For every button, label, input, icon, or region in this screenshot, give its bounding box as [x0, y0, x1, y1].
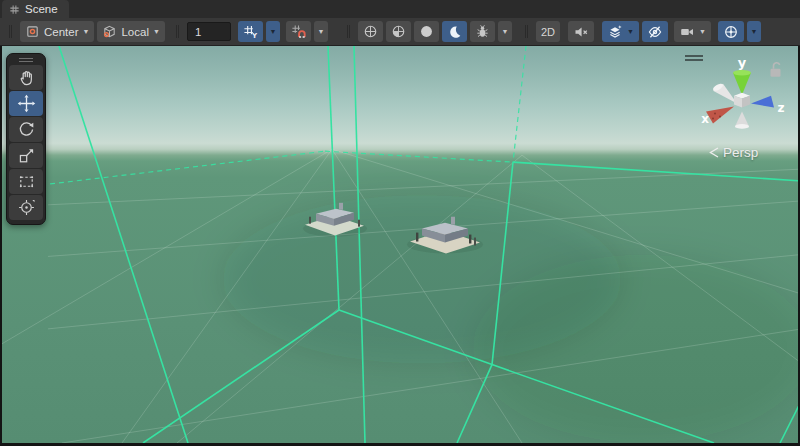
shaded-wireframe-icon	[391, 24, 406, 39]
gizmos-toggle[interactable]	[718, 21, 744, 42]
snap-increment-input[interactable]	[187, 22, 231, 41]
toolbar-separator	[525, 25, 528, 38]
chevron-down-icon: ▼	[627, 28, 634, 35]
scene-toolbar: Center ▼ Local ▼ Y ▼	[0, 18, 800, 46]
draw-mode-shaded-wire-button[interactable]	[386, 21, 411, 42]
scene-viewport[interactable]: y x z Persp	[2, 46, 798, 443]
chevron-down-icon: ▼	[317, 28, 324, 35]
chevron-down-icon: ▼	[83, 28, 90, 35]
gizmo-center-cube[interactable]	[734, 93, 750, 108]
axis-y-label: y	[738, 55, 747, 70]
gizmo-sphere-icon	[723, 24, 739, 40]
shaded-icon	[419, 24, 434, 39]
camera-settings-button[interactable]: ▼	[674, 21, 711, 42]
camera-icon	[679, 24, 695, 40]
chevron-down-icon: ▼	[501, 28, 508, 35]
view-orientation-gizmo[interactable]: y x z	[701, 55, 784, 129]
scene-lighting-toggle[interactable]	[442, 21, 467, 42]
axis-x-label: x	[701, 112, 709, 126]
increment-snap-button[interactable]	[286, 21, 311, 42]
audio-muted-icon	[573, 24, 589, 40]
audio-toggle[interactable]	[568, 21, 594, 42]
rect-tool-icon	[17, 172, 36, 191]
projection-toggle[interactable]: Persp	[708, 145, 758, 160]
scale-tool-button[interactable]	[9, 143, 43, 168]
pivot-mode-button[interactable]: Center ▼	[20, 21, 94, 42]
hand-tool-icon	[17, 68, 36, 87]
svg-text:Y: Y	[251, 31, 258, 39]
rotation-mode-label: Local	[121, 26, 149, 38]
debug-bug-icon	[475, 24, 490, 39]
gizmo-axis-z[interactable]	[751, 96, 774, 108]
toolbar-separator	[9, 25, 12, 38]
toolbar-separator	[347, 25, 350, 38]
tab-bar: Scene	[0, 0, 800, 18]
rect-tool-button[interactable]	[9, 169, 43, 194]
overlay-drag-handle[interactable]	[685, 55, 703, 61]
scene-canvas: y x z	[2, 46, 798, 443]
scale-tool-icon	[17, 146, 36, 165]
lock-icon[interactable]	[771, 63, 781, 77]
snap-grid-y-icon: Y	[243, 24, 258, 39]
axis-z-label: z	[778, 101, 785, 115]
pivot-center-icon	[25, 24, 40, 39]
2d-mode-label: 2D	[541, 26, 555, 38]
hand-tool-button[interactable]	[9, 65, 43, 90]
pivot-mode-label: Center	[44, 26, 79, 38]
rotation-mode-button[interactable]: Local ▼	[97, 21, 164, 42]
move-tool-button[interactable]	[9, 91, 43, 116]
scene-view-window: Scene Center ▼ Local ▼	[0, 0, 800, 446]
effects-toggle[interactable]: ▼	[602, 21, 639, 42]
grid-snap-dropdown[interactable]: ▼	[266, 21, 280, 42]
debug-draw-mode-dropdown[interactable]: ▼	[498, 21, 512, 42]
gizmos-dropdown[interactable]: ▼	[747, 21, 761, 42]
chevron-down-icon: ▼	[269, 28, 276, 35]
wireframe-sphere-icon	[363, 24, 378, 39]
rotate-tool-button[interactable]	[9, 117, 43, 142]
toolbar-separator	[176, 25, 179, 38]
hidden-objects-eye-icon	[647, 24, 663, 40]
moon-icon	[447, 24, 462, 39]
gizmo-axis-x[interactable]	[706, 107, 734, 124]
chevron-left-icon	[708, 146, 720, 159]
grid-icon	[9, 4, 20, 15]
palette-drag-handle[interactable]	[9, 56, 43, 64]
chevron-down-icon: ▼	[153, 28, 160, 35]
rotate-tool-icon	[17, 120, 36, 139]
effects-icon	[607, 24, 623, 40]
increment-snap-dropdown[interactable]: ▼	[314, 21, 328, 42]
local-cube-icon	[102, 24, 117, 39]
move-tool-icon	[17, 94, 36, 113]
chevron-down-icon: ▼	[699, 28, 706, 35]
transform-tool-button[interactable]	[9, 195, 43, 220]
draw-mode-shaded-button[interactable]	[414, 21, 439, 42]
tab-scene[interactable]: Scene	[2, 0, 69, 18]
snap-magnet-icon	[291, 24, 306, 39]
grid-snap-button[interactable]: Y	[238, 21, 263, 42]
projection-label: Persp	[723, 145, 758, 160]
hidden-objects-toggle[interactable]	[642, 21, 668, 42]
transform-tool-icon	[17, 198, 36, 217]
chevron-down-icon: ▼	[750, 28, 757, 35]
gizmo-axis-y[interactable]	[733, 70, 751, 95]
tab-label: Scene	[25, 3, 58, 15]
draw-mode-wireframe-button[interactable]	[358, 21, 383, 42]
2d-mode-toggle[interactable]: 2D	[536, 21, 560, 42]
debug-draw-mode-button[interactable]	[470, 21, 495, 42]
tool-palette	[6, 53, 46, 225]
